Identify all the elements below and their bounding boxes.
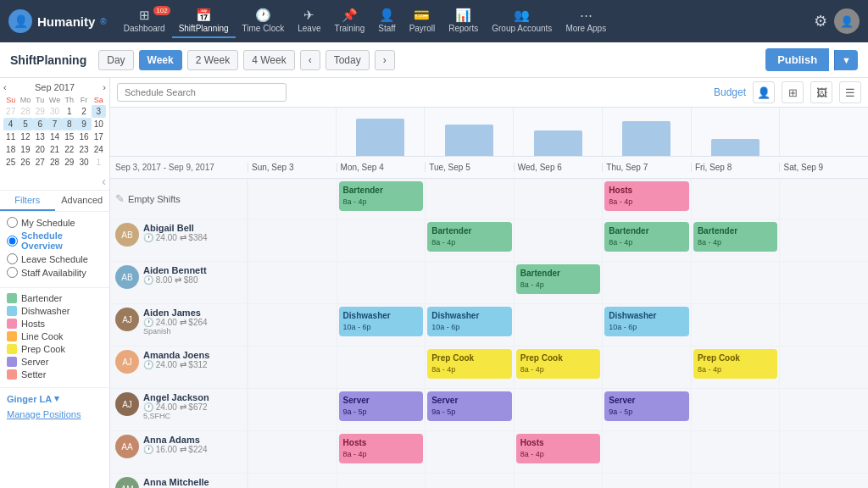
shift-block[interactable]: Bartender8a - 4p: [604, 222, 689, 252]
nav-item-staff[interactable]: 👤 Staff: [371, 4, 402, 38]
prev-month-icon[interactable]: ‹: [3, 82, 7, 92]
sidebar-collapse-arrow[interactable]: ‹: [0, 173, 109, 190]
prev-button[interactable]: ‹: [300, 50, 320, 70]
cal-day[interactable]: 3: [92, 105, 106, 118]
cal-day[interactable]: 27: [3, 105, 18, 118]
cal-day[interactable]: 19: [18, 143, 32, 156]
cal-day[interactable]: 16: [76, 130, 91, 143]
nav-item-dashboard[interactable]: ⊞ Dashboard 102: [117, 4, 172, 38]
cal-day[interactable]: 17: [92, 130, 106, 143]
cal-day[interactable]: 26: [18, 156, 32, 169]
cal-day[interactable]: 27: [33, 156, 47, 169]
empty-cell-1[interactable]: Bartender8a - 4p: [337, 179, 426, 219]
cell[interactable]: [337, 262, 426, 303]
shift-block[interactable]: Bartender8a - 4p: [339, 181, 424, 211]
cal-day[interactable]: 9: [76, 118, 91, 130]
cell[interactable]: [602, 347, 691, 388]
empty-cell-4[interactable]: Hosts8a - 4p: [602, 179, 691, 219]
cell[interactable]: Hosts8a - 4p: [337, 431, 426, 473]
cell[interactable]: [514, 304, 603, 346]
cal-day[interactable]: 12: [18, 130, 32, 143]
nav-item-reports[interactable]: 📊 Reports: [442, 4, 485, 38]
cal-day[interactable]: 25: [3, 156, 18, 169]
cal-day[interactable]: 11: [3, 130, 18, 143]
cal-day[interactable]: 21: [47, 143, 62, 156]
cell[interactable]: [337, 474, 426, 488]
shift-block[interactable]: Prep Cook8a - 4p: [516, 349, 601, 379]
cell[interactable]: [691, 262, 780, 303]
settings-icon[interactable]: ⚙: [814, 12, 827, 30]
cal-day[interactable]: 10: [92, 118, 106, 130]
cell[interactable]: [248, 431, 337, 473]
nav-item-shiftplanning[interactable]: 📅 ShiftPlanning: [172, 4, 236, 38]
cal-day[interactable]: 7: [47, 118, 62, 130]
cell[interactable]: Prep Cook8a - 4p: [691, 347, 780, 388]
tab-filters[interactable]: Filters: [0, 191, 55, 211]
cell[interactable]: Prep Cook8a - 4p: [425, 347, 514, 388]
empty-cell-6[interactable]: [779, 179, 868, 219]
cell[interactable]: [779, 347, 868, 388]
view-2week-button[interactable]: 2 Week: [187, 50, 238, 70]
shift-block[interactable]: Prep Cook8a - 4p: [427, 349, 512, 379]
shift-block[interactable]: Bartender8a - 4p: [693, 222, 778, 252]
cell[interactable]: [337, 219, 426, 261]
cell[interactable]: [691, 304, 780, 346]
cell[interactable]: [779, 474, 868, 488]
shift-block[interactable]: Hosts8a - 4p: [604, 181, 689, 211]
shift-block[interactable]: Server9a - 5p: [339, 391, 424, 421]
tab-advanced[interactable]: Advanced: [55, 191, 110, 211]
next-button[interactable]: ›: [375, 50, 395, 70]
nav-item-moreapps[interactable]: ⋯ More Apps: [559, 4, 613, 38]
nav-item-training[interactable]: 📌 Training: [327, 4, 371, 38]
budget-link[interactable]: Budget: [714, 86, 746, 98]
view-4week-button[interactable]: 4 Week: [243, 50, 294, 70]
cell[interactable]: [691, 389, 780, 430]
empty-cell-5[interactable]: [691, 179, 780, 219]
cell[interactable]: Server9a - 5p: [337, 389, 426, 430]
nav-item-groupaccounts[interactable]: 👥 Group Accounts: [485, 4, 559, 38]
shift-block[interactable]: Server9a - 5p: [427, 391, 512, 421]
shift-block[interactable]: Dishwasher10a - 6p: [604, 307, 689, 336]
shift-block[interactable]: Server9a - 5p: [604, 391, 689, 421]
cell[interactable]: [779, 219, 868, 261]
view-photo-icon[interactable]: 🖼: [810, 81, 832, 103]
cal-day[interactable]: 22: [62, 143, 76, 156]
empty-cell-2[interactable]: [425, 179, 514, 219]
cell[interactable]: [248, 304, 337, 346]
cal-day[interactable]: 5: [18, 118, 32, 130]
cell[interactable]: [425, 262, 514, 303]
manage-positions-link[interactable]: Manage Positions: [0, 408, 109, 421]
cell[interactable]: [779, 389, 868, 430]
cal-day[interactable]: 28: [47, 156, 62, 169]
cal-day[interactable]: 8: [62, 118, 76, 130]
cal-day[interactable]: 13: [33, 130, 47, 143]
cell[interactable]: [248, 262, 337, 303]
cal-day[interactable]: 18: [3, 143, 18, 156]
shift-block[interactable]: Hosts8a - 4p: [339, 434, 424, 463]
cell[interactable]: [248, 219, 337, 261]
cell[interactable]: [691, 474, 780, 488]
cell[interactable]: Hosts8a - 4p: [514, 431, 603, 473]
cell[interactable]: Prep Cook8a - 4p: [514, 347, 603, 388]
cal-day[interactable]: 1: [62, 105, 76, 118]
cell[interactable]: [248, 347, 337, 388]
empty-cell-3[interactable]: [514, 179, 603, 219]
cal-day[interactable]: 6: [33, 118, 47, 130]
user-avatar[interactable]: 👤: [834, 8, 860, 34]
cal-day[interactable]: 15: [62, 130, 76, 143]
cal-day[interactable]: 28: [18, 105, 32, 118]
shift-block[interactable]: Bartender8a - 4p: [516, 264, 601, 294]
cell[interactable]: Bartender8a - 4p: [691, 219, 780, 261]
view-person-icon[interactable]: 👤: [753, 81, 775, 103]
cell[interactable]: [425, 431, 514, 473]
cell[interactable]: Dishwasher10a - 6p: [425, 304, 514, 346]
cell[interactable]: [779, 262, 868, 303]
view-day-button[interactable]: Day: [98, 50, 133, 70]
publish-button[interactable]: Publish: [765, 48, 829, 71]
shift-block[interactable]: Hosts8a - 4p: [516, 434, 601, 463]
publish-dropdown-button[interactable]: ▼: [834, 50, 858, 70]
cell[interactable]: [691, 431, 780, 473]
cal-day[interactable]: 4: [3, 118, 18, 130]
cell[interactable]: Dishwasher10a - 6p: [602, 304, 691, 346]
cal-day[interactable]: 14: [47, 130, 62, 143]
